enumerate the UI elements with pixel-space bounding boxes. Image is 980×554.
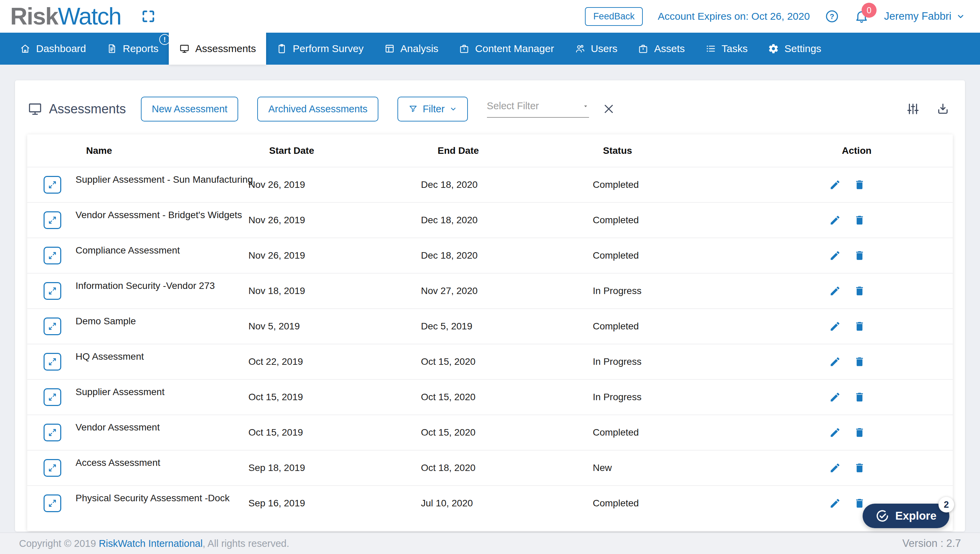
explore-button[interactable]: Explore 2: [862, 504, 950, 528]
select-filter-dropdown[interactable]: Select Filter: [487, 100, 589, 118]
delete-icon[interactable]: [854, 462, 865, 474]
notifications-button[interactable]: 0: [854, 9, 869, 24]
nav-item-assessments[interactable]: Assessments: [169, 30, 266, 65]
chevron-down-icon: [956, 12, 965, 21]
expand-row-button[interactable]: [43, 353, 61, 371]
column-header-status: Status: [603, 145, 632, 156]
fullscreen-icon[interactable]: [141, 9, 156, 24]
select-filter-placeholder: Select Filter: [487, 100, 539, 111]
nav-label: Analysis: [401, 43, 439, 54]
chevron-down-icon: [450, 105, 457, 113]
expand-row-button[interactable]: [43, 247, 61, 264]
expand-row-button[interactable]: [43, 176, 61, 194]
expand-icon: [47, 498, 57, 508]
expand-row-button[interactable]: [43, 282, 61, 300]
delete-icon[interactable]: [854, 392, 865, 403]
nav-label: Assessments: [195, 43, 256, 54]
assessment-start-date: Nov 26, 2019: [248, 215, 305, 226]
assessment-name: Information Security -Vendor 273: [76, 280, 215, 291]
assessment-name: Compliance Assessment: [76, 245, 180, 256]
edit-icon[interactable]: [829, 356, 841, 368]
riskwatch-logo: RiskWatch: [10, 0, 121, 33]
expand-row-button[interactable]: [43, 494, 61, 512]
nav-item-analysis[interactable]: Analysis: [374, 33, 449, 65]
delete-icon[interactable]: [854, 285, 865, 297]
check-circle-icon: [875, 509, 889, 523]
nav-item-assets[interactable]: Assets: [627, 33, 695, 65]
edit-icon[interactable]: [829, 179, 841, 191]
edit-icon[interactable]: [829, 320, 841, 332]
assessment-end-date: Dec 18, 2020: [421, 215, 478, 226]
delete-icon[interactable]: [854, 250, 865, 261]
expand-icon: [47, 357, 57, 367]
nav-item-perform-survey[interactable]: Perform Survey: [266, 33, 374, 65]
nav-item-settings[interactable]: Settings: [758, 33, 831, 65]
explore-count-badge: 2: [939, 497, 954, 513]
expand-icon: [47, 427, 57, 438]
delete-icon[interactable]: [854, 179, 865, 191]
expand-row-button[interactable]: [43, 317, 61, 335]
edit-icon[interactable]: [829, 462, 841, 474]
expand-row-button[interactable]: [43, 388, 61, 406]
dropdown-caret-icon: [582, 103, 589, 110]
expand-icon: [47, 250, 57, 261]
report-icon: [107, 43, 118, 54]
delete-icon[interactable]: [854, 214, 865, 226]
assessment-status: Completed: [593, 215, 639, 226]
expand-row-button[interactable]: [43, 211, 61, 229]
new-assessment-button[interactable]: New Assessment: [141, 97, 238, 121]
help-icon[interactable]: ?: [825, 9, 839, 24]
version-text: Version : 2.7: [902, 537, 961, 549]
expand-row-button[interactable]: [43, 459, 61, 477]
clipboard-icon: [276, 43, 287, 54]
expand-row-button[interactable]: [43, 423, 61, 441]
edit-icon[interactable]: [829, 392, 841, 403]
assessment-status: Completed: [593, 321, 639, 332]
toolbar: Assessments New Assessment Archived Asse…: [15, 80, 965, 121]
edit-icon[interactable]: [829, 285, 841, 297]
svg-text:?: ?: [830, 12, 834, 21]
delete-icon[interactable]: [854, 498, 865, 509]
download-icon[interactable]: [936, 102, 950, 116]
column-header-end: End Date: [438, 145, 479, 156]
assessment-end-date: Dec 18, 2020: [421, 250, 478, 261]
table-row: Vendor Assessment - Bridget's Widgets No…: [27, 202, 953, 237]
assessment-name: HQ Assessment: [76, 351, 144, 362]
riskwatch-international-link[interactable]: RiskWatch International: [99, 538, 202, 549]
delete-icon[interactable]: [854, 320, 865, 332]
delete-icon[interactable]: [854, 427, 865, 438]
column-settings-icon[interactable]: [906, 102, 920, 116]
assessment-status: In Progress: [593, 285, 641, 296]
assessment-start-date: Oct 22, 2019: [248, 356, 303, 367]
nav-item-users[interactable]: Users: [564, 33, 627, 65]
expand-icon: [47, 180, 57, 190]
edit-icon[interactable]: [829, 250, 841, 261]
filter-button[interactable]: Filter: [398, 97, 468, 121]
nav-label: Settings: [784, 43, 821, 54]
table-row: Supplier Assessment - Sun Manufacturing …: [27, 167, 953, 202]
assessment-name: Supplier Assessment - Sun Manufacturing: [76, 174, 253, 185]
logo-risk: Risk: [10, 3, 58, 30]
analysis-icon: [384, 43, 395, 54]
assessment-name: Demo Sample: [76, 316, 136, 327]
nav-label: Assets: [654, 43, 685, 54]
edit-icon[interactable]: [829, 427, 841, 438]
archived-assessments-button[interactable]: Archived Assessments: [257, 97, 379, 121]
nav-item-dashboard[interactable]: Dashboard: [10, 33, 96, 65]
account-expiry-text: Account Expires on: Oct 26, 2020: [658, 11, 810, 22]
assessment-status: In Progress: [593, 392, 641, 403]
edit-icon[interactable]: [829, 214, 841, 226]
nav-label: Tasks: [722, 43, 748, 54]
notification-count-badge: 0: [862, 3, 877, 18]
gear-icon: [768, 43, 779, 54]
feedback-button[interactable]: FeedBack: [585, 7, 643, 26]
edit-icon[interactable]: [829, 498, 841, 509]
assessment-end-date: Nov 27, 2020: [421, 285, 478, 296]
table-body: Supplier Assessment - Sun Manufacturing …: [27, 167, 953, 521]
user-menu[interactable]: Jeremy Fabbri: [884, 10, 965, 22]
nav-item-tasks[interactable]: Tasks: [695, 33, 758, 65]
clear-filter-icon[interactable]: [603, 103, 615, 115]
nav-item-reports[interactable]: Reports !: [96, 33, 169, 65]
delete-icon[interactable]: [854, 356, 865, 368]
nav-item-content-manager[interactable]: Content Manager: [449, 33, 564, 65]
